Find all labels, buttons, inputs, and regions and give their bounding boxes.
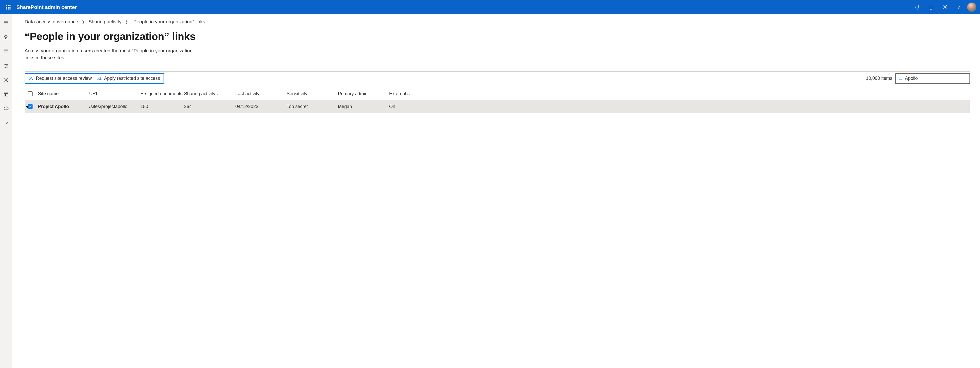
nav-sites-icon[interactable]	[0, 46, 12, 57]
table-row[interactable]: Project Apollo /sites/projectapollo 150 …	[25, 100, 970, 113]
command-bar: Request site access review Apply restric…	[25, 73, 164, 84]
col-primary-admin[interactable]: Primary admin	[338, 91, 389, 96]
nav-settings-icon[interactable]	[0, 74, 12, 86]
search-box[interactable]	[896, 74, 970, 84]
breadcrumb-item[interactable]: Sharing activity	[88, 19, 121, 25]
nav-policies-icon[interactable]	[0, 60, 12, 71]
col-last-activity[interactable]: Last activity	[235, 91, 286, 96]
svg-point-22	[899, 77, 901, 79]
breadcrumb-item[interactable]: Data access governance	[25, 19, 78, 25]
svg-point-1	[931, 8, 931, 9]
svg-line-23	[901, 79, 902, 80]
cell-primary-admin: Megan	[338, 104, 389, 109]
action-label: Apply restricted site access	[104, 76, 160, 81]
sort-desc-icon: ↓	[217, 91, 219, 96]
nav-migration-icon[interactable]	[0, 103, 12, 114]
cell-esigned: 150	[140, 104, 184, 109]
search-input[interactable]	[905, 76, 967, 81]
apply-restricted-site-access-button[interactable]: Apply restricted site access	[97, 76, 160, 81]
nav-reports-icon[interactable]	[0, 118, 12, 129]
col-sensitivity[interactable]: Sensitivity	[286, 91, 338, 96]
notifications-icon[interactable]	[910, 1, 924, 13]
settings-icon[interactable]	[938, 1, 952, 13]
app-title: SharePoint admin center	[16, 4, 77, 10]
col-external[interactable]: External s	[389, 91, 415, 96]
search-icon	[898, 76, 902, 81]
cell-site-name[interactable]: Project Apollo	[38, 104, 89, 109]
nav-home-icon[interactable]	[0, 31, 12, 43]
cell-external: On	[389, 104, 415, 109]
svg-point-19	[30, 77, 32, 78]
row-checkbox[interactable]	[28, 104, 33, 109]
svg-rect-7	[4, 50, 8, 53]
col-esigned[interactable]: E-signed documents	[140, 91, 184, 96]
app-launcher-icon[interactable]	[2, 1, 14, 13]
results-table: Site name URL E-signed documents Sharing…	[25, 87, 970, 113]
item-count: 10,000 items	[866, 76, 892, 81]
left-nav	[0, 14, 12, 368]
cell-sharing-activity: 264	[184, 104, 235, 109]
nav-collapse-icon[interactable]	[0, 17, 12, 28]
select-all-checkbox[interactable]	[28, 91, 33, 96]
table-header: Site name URL E-signed documents Sharing…	[25, 87, 970, 100]
divider	[25, 71, 970, 72]
main-content: Data access governance ❯ Sharing activit…	[12, 14, 980, 368]
user-avatar[interactable]	[967, 3, 977, 12]
svg-point-21	[100, 77, 101, 78]
mobile-icon[interactable]	[924, 1, 938, 13]
page-description: Across your organization, users created …	[25, 48, 204, 61]
svg-point-3	[959, 8, 959, 9]
page-title: “People in your organization” links	[25, 31, 970, 42]
col-url[interactable]: URL	[89, 91, 140, 96]
top-bar: SharePoint admin center	[0, 0, 980, 14]
nav-content-icon[interactable]	[0, 89, 12, 100]
svg-point-15	[5, 80, 7, 81]
col-site-name[interactable]: Site name	[38, 91, 89, 96]
svg-point-2	[944, 6, 946, 8]
breadcrumb: Data access governance ❯ Sharing activit…	[25, 19, 970, 25]
breadcrumb-item-current: “People in your organization” links	[132, 19, 205, 25]
cell-url: /sites/projectapollo	[89, 104, 140, 109]
chevron-right-icon: ❯	[82, 20, 85, 24]
cell-last-activity: 04/12/2023	[235, 104, 286, 109]
svg-rect-16	[4, 93, 8, 96]
chevron-right-icon: ❯	[125, 20, 128, 24]
action-label: Request site access review	[36, 76, 92, 81]
col-sharing-activity[interactable]: Sharing activity↓	[184, 91, 235, 96]
help-icon[interactable]	[952, 1, 966, 13]
cell-sensitivity: Top secret	[286, 104, 338, 109]
request-site-access-review-button[interactable]: Request site access review	[29, 76, 92, 81]
svg-point-20	[98, 77, 99, 78]
